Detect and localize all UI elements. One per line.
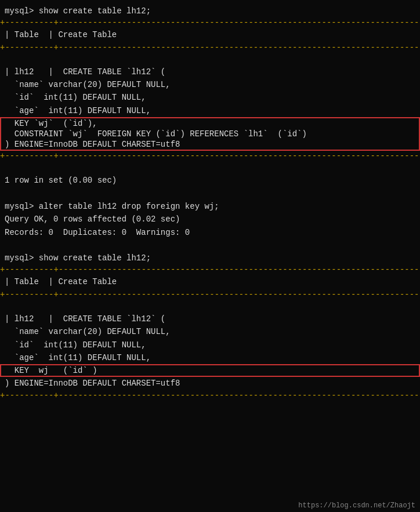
empty-5 — [0, 300, 420, 313]
highlight-key-line: KEY `wj` (`id`), — [1, 118, 419, 129]
highlighted-section-2: KEY wj (`id` ) — [0, 364, 420, 377]
table-row-start: | lh12 | CREATE TABLE `lh12` ( — [0, 66, 420, 78]
empty-4 — [0, 239, 420, 252]
empty-1 — [0, 53, 420, 66]
table2-row-start: | lh12 | CREATE TABLE `lh12` ( — [0, 313, 420, 325]
command-line-1: mysql> show create table lh12; — [0, 5, 420, 17]
table2-row-id: `id` int(11) DEFAULT NULL, — [0, 339, 420, 351]
divider-2: +----------+----------------------------… — [0, 42, 420, 53]
divider-5: +----------+----------------------------… — [0, 289, 420, 300]
highlight-engine-line: ) ENGINE=InnoDB DEFAULT CHARSET=utf8 | — [1, 139, 419, 150]
table-row-id: `id` int(11) DEFAULT NULL, — [0, 91, 420, 104]
table-header-2: | Table | Create Table | — [0, 275, 420, 289]
empty-2 — [0, 161, 420, 174]
table2-engine: ) ENGINE=InnoDB DEFAULT CHARSET=utf8 | — [0, 377, 420, 390]
table-row-name: `name` varchar(20) DEFAULT NULL, — [0, 78, 420, 91]
table-header: | Table | Create Table | — [0, 28, 420, 42]
divider-4: +----------+----------------------------… — [0, 264, 420, 275]
divider-6: +----------+----------------------------… — [0, 390, 420, 401]
empty-3 — [0, 187, 420, 200]
command-line-3: mysql> show create table lh12; — [0, 252, 420, 264]
watermark: https://blog.csdn.net/Zhaojt — [298, 502, 415, 510]
terminal-window: mysql> show create table lh12; +--------… — [0, 0, 420, 405]
command-line-2: mysql> alter table lh12 drop foreign key… — [0, 200, 420, 213]
highlight2-key-line: KEY wj (`id` ) — [1, 365, 419, 376]
table2-row-name: `name` varchar(20) DEFAULT NULL, — [0, 325, 420, 338]
highlight-constraint-line: CONSTRAINT `wj` FOREIGN KEY (`id`) REFER… — [1, 129, 419, 139]
divider-3: +----------+----------------------------… — [0, 151, 420, 161]
table-row-age: `age` int(11) DEFAULT NULL, — [0, 104, 420, 117]
records-line: Records: 0 Duplicates: 0 Warnings: 0 — [0, 226, 420, 239]
highlighted-section: KEY `wj` (`id`), CONSTRAINT `wj` FOREIGN… — [0, 117, 420, 151]
table2-row-age: `age` int(11) DEFAULT NULL, — [0, 351, 420, 364]
divider-1: +----------+----------------------------… — [0, 17, 420, 28]
query-ok-line: Query OK, 0 rows affected (0.02 sec) — [0, 213, 420, 226]
result-line-1: 1 row in set (0.00 sec) — [0, 174, 420, 187]
